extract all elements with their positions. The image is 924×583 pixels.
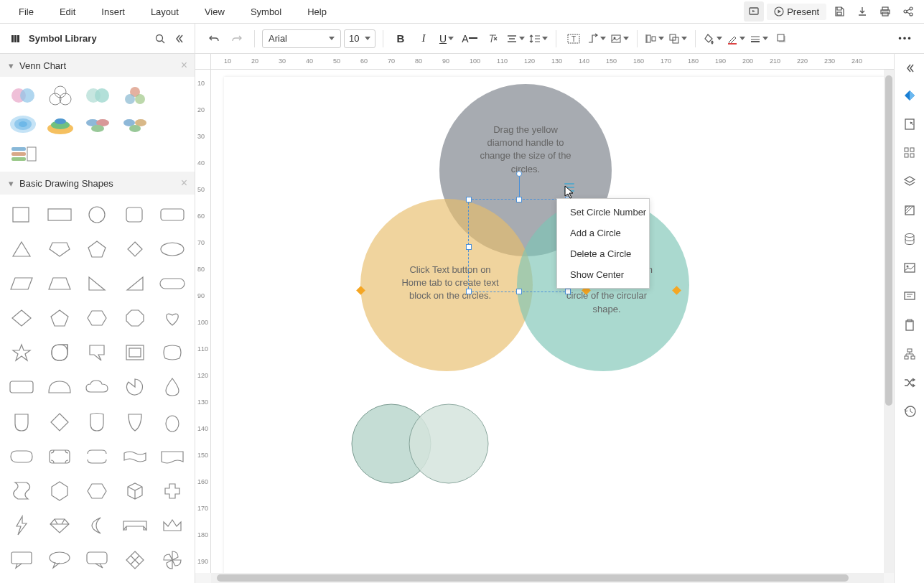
expand-sidebar-icon[interactable] — [901, 60, 918, 77]
shape-ellipse[interactable] — [155, 235, 190, 263]
shape-banner[interactable] — [118, 511, 152, 540]
menu-add-circle[interactable]: Add a Circle — [557, 223, 649, 243]
shape-drop[interactable] — [155, 373, 190, 401]
menu-layout[interactable]: Layout — [138, 1, 192, 23]
font-select[interactable]: Arial — [262, 29, 341, 48]
bold-button[interactable]: B — [391, 29, 411, 49]
shape-bracket[interactable] — [80, 442, 114, 471]
venn-2-circles[interactable] — [350, 398, 508, 492]
menu-delete-circle[interactable]: Delete a Circle — [557, 243, 649, 264]
present-button[interactable]: Present — [767, 4, 826, 20]
selection-box[interactable] — [468, 199, 569, 292]
download-icon[interactable] — [852, 1, 872, 22]
shuffle-icon[interactable] — [900, 373, 920, 393]
shape-right-triangle-2[interactable] — [118, 269, 152, 298]
canvas[interactable]: Drag the yellow diamond handle to change… — [224, 77, 884, 573]
font-size-select[interactable]: 10 — [344, 29, 375, 48]
close-panel-icon[interactable]: × — [181, 177, 187, 190]
shape-cushion[interactable] — [155, 338, 190, 367]
shape-trapezoid[interactable] — [42, 269, 77, 298]
shape-hexagon[interactable] — [80, 304, 114, 332]
menu-view[interactable]: View — [192, 1, 238, 23]
scrollbar-vertical[interactable] — [884, 70, 894, 573]
shape-semicircle[interactable] — [42, 373, 77, 401]
database-icon[interactable] — [900, 229, 920, 249]
collapse-sidebar-icon[interactable] — [173, 33, 185, 45]
shape-gem[interactable] — [42, 511, 77, 540]
layers-icon[interactable] — [900, 172, 920, 192]
shape-moon[interactable] — [80, 511, 114, 540]
shape-star[interactable] — [4, 338, 39, 367]
slideshow-icon[interactable] — [744, 1, 764, 22]
shape-diamond-sm[interactable] — [118, 235, 152, 263]
picture-icon[interactable] — [900, 258, 920, 278]
shape-egg[interactable] — [155, 408, 190, 437]
venn-chart-panel-header[interactable]: ▾ Venn Chart × — [0, 54, 195, 77]
action-button[interactable] — [564, 183, 574, 192]
menu-file[interactable]: File — [6, 1, 47, 23]
shape-pie[interactable] — [118, 373, 152, 401]
redo-button[interactable] — [227, 29, 247, 49]
fill-button[interactable] — [703, 29, 723, 49]
shape-rounded-square[interactable] — [118, 200, 152, 229]
align-objects-button[interactable] — [645, 29, 665, 49]
shape-lightning[interactable] — [4, 511, 39, 540]
text-box-button[interactable]: T — [564, 29, 584, 49]
shape-heart[interactable] — [155, 304, 190, 332]
shape-square[interactable] — [4, 200, 39, 229]
shape-4diamonds[interactable] — [118, 546, 152, 574]
menu-edit[interactable]: Edit — [47, 1, 88, 23]
comments-icon[interactable] — [900, 286, 920, 307]
shape-wave-rect[interactable] — [118, 442, 152, 471]
shape-frame[interactable] — [118, 338, 152, 367]
shape-diamond[interactable] — [4, 304, 39, 332]
line-spacing-button[interactable] — [528, 29, 549, 49]
shape-speech-rect[interactable] — [4, 546, 39, 574]
hierarchy-icon[interactable] — [900, 344, 920, 364]
venn-thumb-2[interactable] — [45, 84, 76, 107]
canvas-viewport[interactable]: Drag the yellow diamond handle to change… — [211, 70, 884, 573]
shape-plaque[interactable] — [42, 442, 77, 471]
shape-right-triangle[interactable] — [80, 269, 114, 298]
close-panel-icon[interactable]: × — [181, 59, 187, 72]
shape-pinwheel[interactable] — [155, 546, 190, 574]
venn-thumb-8[interactable] — [119, 113, 151, 136]
shape-wave[interactable] — [4, 477, 39, 505]
shape-pentagon2[interactable] — [42, 304, 77, 332]
clipboard-icon[interactable] — [900, 315, 920, 335]
shape-octagon[interactable] — [118, 304, 152, 332]
shape-crown[interactable] — [155, 511, 190, 540]
shape-cloud[interactable] — [80, 373, 114, 401]
venn-thumb-3[interactable] — [82, 84, 113, 107]
shape-rectangle[interactable] — [42, 200, 77, 229]
shape-teardrop[interactable] — [42, 338, 77, 367]
shape-diamond2[interactable] — [42, 408, 77, 437]
shape-rounded-rect[interactable] — [155, 200, 190, 229]
page-setup-icon[interactable] — [900, 114, 920, 134]
scrollbar-horizontal[interactable] — [211, 573, 884, 583]
shape-parallelogram[interactable] — [4, 269, 39, 298]
menu-set-circle-number[interactable]: Set Circle Number — [557, 202, 649, 223]
menu-help[interactable]: Help — [294, 1, 340, 23]
menu-insert[interactable]: Insert — [88, 1, 138, 23]
line-style-button[interactable] — [749, 29, 769, 49]
venn-thumb-9[interactable] — [7, 141, 39, 164]
venn-thumb-7[interactable] — [82, 113, 113, 136]
shape-pentagon-flat[interactable] — [42, 235, 77, 263]
shape-callout[interactable] — [80, 338, 114, 367]
line-color-button[interactable] — [726, 29, 746, 49]
history-icon[interactable] — [900, 401, 920, 421]
theme-icon[interactable] — [900, 85, 920, 106]
shape-rounded-rect2[interactable] — [4, 373, 39, 401]
italic-button[interactable]: I — [414, 29, 434, 49]
undo-button[interactable] — [204, 29, 224, 49]
shape-speech-rect2[interactable] — [80, 546, 114, 574]
shape-cube[interactable] — [118, 477, 152, 505]
shape-hexagon3[interactable] — [80, 477, 114, 505]
shape-speech-round[interactable] — [42, 546, 77, 574]
save-icon[interactable] — [829, 1, 849, 22]
more-button[interactable]: ••• — [895, 29, 915, 49]
shadow-button[interactable] — [772, 29, 792, 49]
menu-show-center[interactable]: Show Center — [557, 264, 649, 285]
grid-icon[interactable] — [900, 143, 920, 163]
